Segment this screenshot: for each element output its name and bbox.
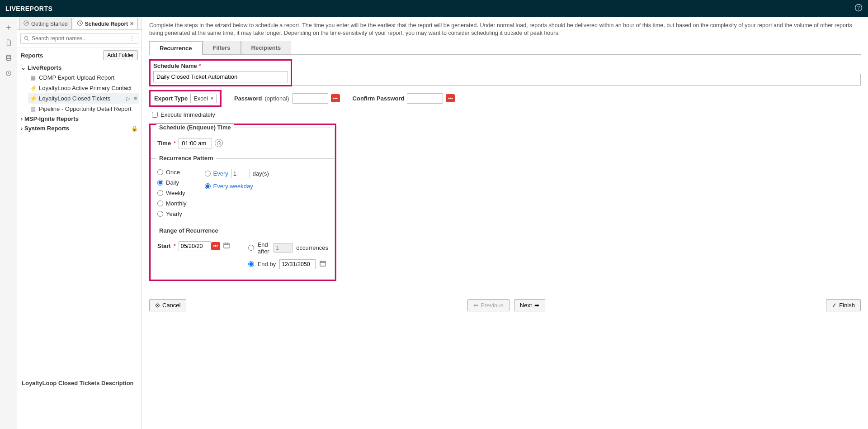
execute-immediately-label: Execute Immediately [160, 111, 215, 118]
svg-text:?: ? [857, 5, 860, 10]
svg-point-2 [6, 55, 10, 57]
cancel-button[interactable]: ⊗ Cancel [149, 299, 186, 311]
radio-every-n-days[interactable]: Every day(s) [205, 169, 269, 178]
clock-icon [77, 20, 83, 28]
help-icon[interactable]: ? [854, 4, 863, 14]
range-recurrence-fieldset: Range of Recurrence Start * ••• [151, 231, 335, 280]
svg-point-6 [24, 36, 28, 39]
time-input[interactable] [179, 138, 212, 148]
icon-rail: ＋ [0, 17, 17, 429]
end-by-date-input[interactable] [279, 259, 316, 269]
calendar-icon[interactable] [223, 242, 230, 250]
reports-label: Reports [21, 52, 43, 59]
database-icon[interactable] [4, 53, 13, 62]
close-icon[interactable]: ✕ [130, 21, 134, 27]
chevron-down-icon: ⌄ [21, 64, 26, 71]
menu-icon[interactable]: ≡ [133, 95, 137, 102]
occurrences-input[interactable] [274, 243, 292, 253]
range-legend: Range of Recurrence [156, 227, 221, 234]
radio-daily[interactable]: Daily [157, 179, 187, 186]
add-folder-button[interactable]: Add Folder [103, 50, 138, 60]
time-label: Time [157, 140, 171, 147]
radio-weekly[interactable]: Weekly [157, 190, 187, 196]
schedule-config-highlight: Schedule (Enqueue) Time Time * Recurrenc… [149, 124, 336, 281]
tree-node-msp[interactable]: › MSP-Ignite Reports [20, 114, 139, 124]
bolt-icon: ⚡ [30, 85, 36, 91]
tree-leaf-selected[interactable]: ⚡ LoyaltyLoop Closed Tickets ▷ ≡ [28, 93, 139, 104]
recurrence-pattern-fieldset: Recurrence Pattern Once Daily Weekly Mon… [151, 159, 335, 231]
play-icon[interactable]: ▷ [126, 95, 131, 102]
wizard-tab-recipients[interactable]: Recipients [241, 41, 292, 54]
password-label: Password [234, 95, 262, 102]
report-tree: ⌄ LiveReports ▤ CDMP Export-Upload Repor… [17, 63, 142, 136]
schedule-name-label: Schedule Name [153, 62, 197, 69]
cancel-icon: ⊗ [155, 302, 160, 309]
radio-every-weekday[interactable]: Every weekday [205, 183, 269, 190]
document-icon[interactable] [4, 38, 13, 47]
chevron-right-icon: › [21, 125, 23, 132]
lock-icon: 🔒 [131, 125, 138, 132]
arrow-right-icon: ➡ [534, 302, 539, 309]
password-action-icon[interactable]: ••• [331, 94, 340, 102]
file-icon: ▤ [30, 105, 36, 112]
next-button[interactable]: Next ➡ [514, 299, 545, 311]
confirm-password-label: Confirm Password [353, 95, 405, 102]
description-panel: LoyaltyLoop Closed Tickets Description [17, 375, 142, 429]
plus-icon[interactable]: ＋ [4, 23, 13, 32]
main-panel: Complete the steps in the wizard below t… [142, 17, 868, 429]
schedule-name-input[interactable] [153, 71, 288, 82]
arrow-left-icon: ⬅ [473, 302, 478, 309]
svg-rect-9 [320, 262, 326, 267]
search-input[interactable] [20, 33, 138, 44]
check-icon: ✓ [832, 302, 837, 309]
execute-immediately-checkbox[interactable] [152, 112, 158, 118]
tab-getting-started[interactable]: Getting Started [19, 18, 72, 29]
search-row: ⋮ [17, 30, 142, 48]
confirm-password-input[interactable] [407, 93, 443, 104]
start-label: Start [157, 243, 171, 249]
tab-schedule-report[interactable]: Schedule Report ✕ [73, 18, 138, 29]
clock-icon[interactable] [4, 69, 13, 78]
recurrence-legend: Recurrence Pattern [156, 155, 216, 162]
tab-label: Schedule Report [85, 21, 128, 27]
tree-leaf[interactable]: ▤ CDMP Export-Upload Report [28, 72, 139, 83]
bolt-icon: ⚡ [30, 95, 36, 102]
tree-node-system[interactable]: › System Reports 🔒 [20, 124, 139, 133]
optional-label: (optional) [264, 95, 289, 102]
password-input[interactable] [292, 93, 328, 104]
clock-picker-icon[interactable] [215, 139, 223, 147]
radio-once[interactable]: Once [157, 169, 187, 176]
tree-node-livereports[interactable]: ⌄ LiveReports [20, 63, 139, 72]
arrow-circle-icon [23, 20, 29, 28]
tab-label: Getting Started [31, 21, 68, 27]
svg-rect-8 [224, 243, 229, 248]
wizard-footer: ⊗ Cancel ⬅ Previous Next ➡ ✓ Finish [149, 299, 861, 311]
export-type-select[interactable]: Excel ▼ [190, 94, 217, 103]
intro-text: Complete the steps in the wizard below t… [149, 22, 861, 37]
tree-leaf[interactable]: ⚡ LoyaltyLoop Active Primary Contact [28, 83, 139, 93]
every-days-input[interactable] [231, 169, 250, 178]
wizard-tabs: Recurrence Filters Recipients [149, 41, 861, 55]
reports-header: Reports Add Folder [17, 48, 142, 63]
start-date-input[interactable] [179, 241, 211, 251]
wizard-tab-filters[interactable]: Filters [203, 41, 241, 54]
previous-button[interactable]: ⬅ Previous [467, 299, 509, 311]
more-icon[interactable]: ⋮ [129, 35, 135, 42]
chevron-right-icon: › [21, 115, 23, 122]
schedule-time-fieldset: Schedule (Enqueue) Time Time * [151, 128, 335, 159]
confirm-password-action-icon[interactable]: ••• [446, 94, 455, 102]
export-type-highlight: Export Type Excel ▼ [149, 90, 222, 107]
date-action-icon[interactable]: ••• [211, 242, 220, 250]
radio-end-by[interactable]: End by [248, 259, 328, 269]
tree-leaf[interactable]: ▤ Pipeline - Opportunity Detail Report [28, 104, 139, 114]
wizard-tab-recurrence[interactable]: Recurrence [149, 41, 203, 55]
calendar-icon[interactable] [319, 260, 326, 268]
required-icon: * [174, 243, 176, 249]
radio-monthly[interactable]: Monthly [157, 200, 187, 207]
top-bar: LIVEREPORTS ? [0, 0, 868, 17]
finish-button[interactable]: ✓ Finish [826, 299, 861, 311]
chevron-down-icon: ▼ [210, 96, 214, 101]
radio-yearly[interactable]: Yearly [157, 210, 187, 217]
sidebar: Getting Started Schedule Report ✕ ⋮ Repo… [17, 17, 142, 429]
radio-end-after[interactable]: End after occurrences [248, 241, 328, 255]
